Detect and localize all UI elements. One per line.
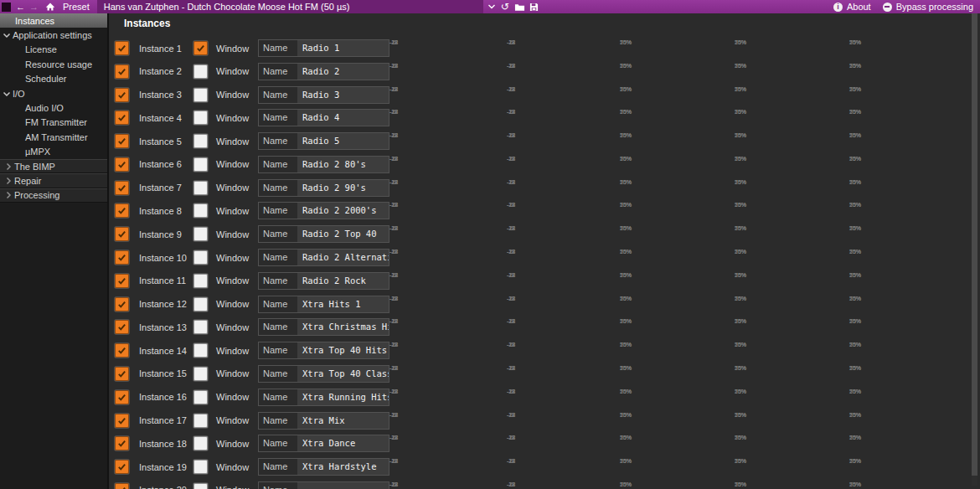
sidebar-item-application-settings[interactable]: Application settings (0, 28, 107, 42)
window-checkbox[interactable] (193, 460, 208, 474)
instance-enabled-checkbox[interactable] (115, 111, 129, 125)
window-checkbox[interactable] (193, 343, 208, 358)
instance-enabled-checkbox[interactable] (115, 181, 129, 195)
sidebar-item-µmpx[interactable]: µMPX (0, 145, 107, 159)
save-icon[interactable] (529, 0, 539, 13)
info-icon[interactable]: i (833, 3, 843, 12)
instance-enabled-checkbox[interactable] (115, 88, 129, 102)
name-input[interactable]: Radio 4 (297, 110, 389, 126)
bypass-processing-button[interactable]: Bypass processing (896, 2, 973, 12)
sidebar-item-the-bimp[interactable]: The BIMP (0, 159, 107, 173)
window-checkbox[interactable] (193, 436, 208, 450)
name-input[interactable]: Xtra Running Hits (297, 389, 389, 405)
window-checkbox[interactable] (193, 274, 208, 288)
chevron-icon[interactable] (4, 162, 13, 171)
window-checkbox[interactable] (193, 390, 208, 404)
meter-tick-label: 75% (735, 202, 746, 208)
instance-enabled-checkbox[interactable] (115, 483, 129, 489)
window-checkbox[interactable] (193, 250, 208, 265)
sidebar-item-instances[interactable]: Instances (0, 13, 107, 28)
instance-enabled-checkbox[interactable] (115, 436, 129, 450)
instance-enabled-checkbox[interactable] (115, 414, 129, 428)
sidebar-item-i-o[interactable]: I/O (0, 86, 107, 100)
name-input[interactable]: Xtra Top 40 Hits (297, 342, 389, 358)
instance-enabled-checkbox[interactable] (115, 274, 129, 288)
sidebar-item-repair[interactable]: Repair (0, 173, 107, 188)
name-input[interactable]: Xtra Hits 1 (297, 296, 389, 312)
window-checkbox[interactable] (193, 227, 208, 241)
chevron-icon[interactable] (4, 191, 13, 199)
name-input[interactable]: Radio 3 (297, 87, 389, 103)
name-input[interactable]: Radio 2 80's (297, 157, 389, 172)
forward-arrow-icon[interactable]: → (29, 0, 39, 13)
sidebar-item-scheduler[interactable]: Scheduler (0, 72, 107, 86)
window-checkbox[interactable] (193, 297, 208, 311)
instance-enabled-checkbox[interactable] (115, 460, 129, 474)
name-input[interactable]: Radio 2 Alternative (297, 250, 389, 265)
preset-title[interactable]: Hans van Zutphen - Dutch Chocolate Moose… (97, 0, 483, 13)
window-checkbox[interactable] (193, 181, 208, 195)
instance-enabled-checkbox[interactable] (115, 134, 129, 148)
window-checkbox[interactable] (193, 203, 208, 218)
window-checkbox[interactable] (193, 134, 208, 148)
window-checkbox[interactable] (193, 41, 208, 55)
instance-enabled-checkbox[interactable] (115, 297, 129, 311)
instance-enabled-checkbox[interactable] (115, 157, 129, 172)
name-input[interactable]: Xtra Mix (297, 413, 389, 429)
preset-dropdown-chevron-icon[interactable] (487, 0, 496, 13)
sidebar-item-audio-i-o[interactable]: Audio I/O (0, 100, 107, 115)
chevron-icon[interactable] (4, 177, 13, 185)
window-checkbox[interactable] (193, 483, 208, 489)
window-checkbox[interactable] (193, 320, 208, 334)
meter-tick-label: 75% (620, 249, 632, 255)
name-input[interactable] (297, 482, 389, 489)
name-input[interactable]: Radio 2 Top 40 (297, 226, 389, 242)
window-checkbox[interactable] (193, 367, 208, 381)
about-button[interactable]: About (847, 2, 871, 12)
back-arrow-icon[interactable]: ← (16, 0, 25, 13)
sidebar-item-license[interactable]: License (0, 43, 107, 57)
chevron-icon[interactable] (3, 90, 11, 98)
open-folder-icon[interactable] (514, 0, 525, 13)
name-input[interactable]: Radio 2 2000's (297, 203, 389, 219)
sidebar-item-fm-transmitter[interactable]: FM Transmitter (0, 116, 107, 130)
sidebar-item-label: Repair (14, 176, 41, 186)
meter-tick-label: 75% (849, 272, 861, 278)
name-input[interactable]: Xtra Hardstyle (297, 459, 389, 475)
chevron-icon[interactable] (3, 31, 11, 39)
name-input[interactable]: Radio 2 (297, 64, 389, 80)
name-input[interactable]: Radio 1 (297, 40, 389, 56)
name-input[interactable]: Radio 5 (297, 133, 389, 149)
name-input[interactable]: Xtra Dance (297, 435, 389, 451)
bypass-icon[interactable] (883, 3, 892, 12)
sidebar-item-processing[interactable]: Processing (0, 188, 107, 203)
scrollbar-thumb[interactable] (972, 7, 977, 476)
home-icon[interactable] (45, 0, 55, 13)
name-field-label: Name (259, 319, 297, 335)
meter-tick-label: 75% (620, 435, 632, 440)
window-checkbox[interactable] (193, 88, 208, 102)
name-input[interactable]: Radio 2 Rock (297, 273, 389, 289)
window-checkbox[interactable] (193, 414, 208, 428)
instance-enabled-checkbox[interactable] (115, 41, 129, 55)
instance-enabled-checkbox[interactable] (115, 250, 129, 265)
window-checkbox[interactable] (193, 157, 208, 172)
instance-enabled-checkbox[interactable] (115, 390, 129, 404)
instance-enabled-checkbox[interactable] (115, 203, 129, 218)
instance-enabled-checkbox[interactable] (115, 320, 129, 334)
sidebar-item-am-transmitter[interactable]: AM Transmitter (0, 130, 107, 144)
window-checkbox[interactable] (193, 111, 208, 125)
meter-tick-label: -6 (391, 86, 396, 92)
instance-enabled-checkbox[interactable] (115, 343, 129, 358)
name-input[interactable]: Xtra Top 40 Classic (297, 366, 389, 382)
vertical-scrollbar[interactable] (972, 5, 977, 486)
window-checkbox[interactable] (193, 64, 208, 79)
name-input[interactable]: Radio 2 90's (297, 180, 389, 196)
undo-icon[interactable]: ↺ (501, 0, 509, 13)
instance-enabled-checkbox[interactable] (115, 227, 129, 241)
preset-button[interactable]: Preset (63, 2, 90, 12)
sidebar-item-resource-usage[interactable]: Resource usage (0, 57, 107, 71)
instance-enabled-checkbox[interactable] (115, 367, 129, 381)
name-input[interactable]: Xtra Christmas Hits (297, 319, 389, 335)
instance-enabled-checkbox[interactable] (115, 64, 129, 79)
